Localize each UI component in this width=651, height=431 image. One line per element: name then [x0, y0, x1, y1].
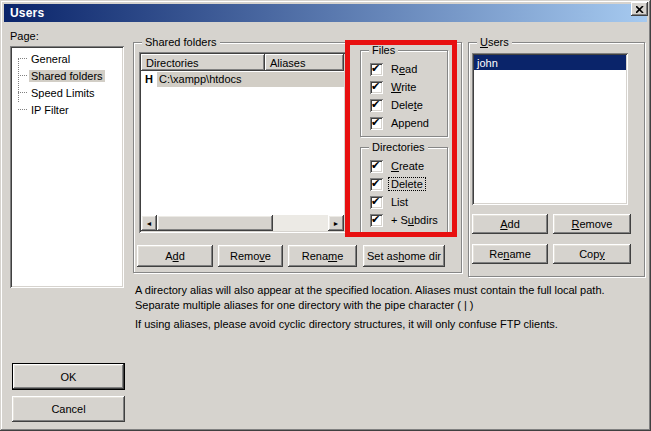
check-icon: ✔: [371, 61, 380, 75]
alias-notes: A directory alias will also appear at th…: [135, 283, 647, 332]
checkbox-files-append[interactable]: ✔ Append: [370, 116, 431, 130]
set-as-home-dir-button[interactable]: Set as home dir: [363, 245, 445, 267]
users-dialog: Users Page: General Shared folders Speed…: [0, 0, 651, 431]
page-item-general[interactable]: General: [12, 50, 122, 67]
ok-button[interactable]: OK: [12, 363, 125, 390]
shared-folders-group-label: Shared folders: [142, 36, 220, 48]
scroll-right-icon: ►: [333, 220, 340, 227]
delete-checkbox[interactable]: ✔: [370, 99, 383, 112]
checkbox-dirs-delete[interactable]: ✔ Delete: [370, 177, 425, 191]
user-item-john[interactable]: john: [474, 55, 626, 70]
checkbox-files-delete[interactable]: ✔ Delete: [370, 98, 425, 112]
alias-note-text: A directory alias will also appear at th…: [135, 283, 647, 313]
checkbox-dirs-create[interactable]: ✔ Create: [370, 159, 426, 173]
user-copy-button[interactable]: Copy: [553, 244, 631, 264]
user-remove-button[interactable]: Remove: [553, 214, 631, 234]
user-add-button[interactable]: Add: [472, 214, 548, 234]
files-group-label: Files: [369, 44, 398, 56]
cyclic-note-text: If using aliases, please avoid cyclic di…: [135, 317, 647, 332]
directories-listview[interactable]: Directories Aliases H C:\xampp\htdocs ◄ …: [139, 52, 346, 233]
read-checkbox[interactable]: ✔: [370, 63, 383, 76]
directories-group-label: Directories: [369, 141, 428, 153]
list-checkbox[interactable]: ✔: [370, 196, 383, 209]
scrollbar-track[interactable]: [273, 215, 328, 231]
subdirs-checkbox[interactable]: ✔: [370, 214, 383, 227]
scrollbar-thumb[interactable]: [157, 215, 273, 231]
check-icon: ✔: [371, 176, 380, 190]
horizontal-scrollbar[interactable]: ◄ ►: [141, 215, 344, 231]
close-icon: [636, 6, 644, 13]
users-listbox[interactable]: john: [472, 53, 628, 205]
page-item-speed-limits[interactable]: Speed Limits: [12, 84, 122, 101]
scroll-right-button[interactable]: ►: [328, 215, 344, 231]
check-icon: ✔: [371, 212, 380, 226]
dir-delete-checkbox[interactable]: ✔: [370, 178, 383, 191]
close-button[interactable]: [631, 2, 648, 16]
check-icon: ✔: [371, 158, 380, 172]
column-header-aliases[interactable]: Aliases: [265, 54, 344, 71]
checkbox-files-write[interactable]: ✔ Write: [370, 80, 418, 94]
page-listbox[interactable]: General Shared folders Speed Limits IP F…: [10, 46, 124, 288]
write-checkbox[interactable]: ✔: [370, 81, 383, 94]
directory-row[interactable]: H C:\xampp\htdocs: [141, 71, 344, 87]
titlebar[interactable]: Users: [4, 4, 647, 22]
create-checkbox[interactable]: ✔: [370, 160, 383, 173]
page-item-shared-folders[interactable]: Shared folders: [12, 67, 122, 84]
user-rename-button[interactable]: Rename: [472, 244, 548, 264]
append-checkbox[interactable]: ✔: [370, 117, 383, 130]
check-icon: ✔: [371, 115, 380, 129]
files-group: Files ✔ Read ✔ Write ✔ Delete ✔ Append: [360, 50, 448, 137]
folder-add-button[interactable]: Add: [137, 245, 213, 267]
cancel-button[interactable]: Cancel: [12, 396, 125, 422]
scroll-left-button[interactable]: ◄: [141, 215, 157, 231]
checkbox-dirs-list[interactable]: ✔ List: [370, 195, 410, 209]
checkbox-files-read[interactable]: ✔ Read: [370, 62, 419, 76]
page-label: Page:: [10, 30, 39, 42]
column-header-directories[interactable]: Directories: [141, 54, 265, 71]
home-flag: H: [141, 73, 157, 85]
window-title: Users: [10, 6, 44, 20]
page-item-ip-filter[interactable]: IP Filter: [12, 101, 122, 118]
folder-remove-button[interactable]: Remove: [218, 245, 283, 267]
check-icon: ✔: [371, 194, 380, 208]
folder-rename-button[interactable]: Rename: [288, 245, 357, 267]
check-icon: ✔: [371, 79, 380, 93]
checkbox-dirs-subdirs[interactable]: ✔ + Subdirs: [370, 213, 440, 227]
check-icon: ✔: [371, 97, 380, 111]
directories-permissions-group: Directories ✔ Create ✔ Delete ✔ List ✔ +…: [360, 147, 448, 233]
directory-path: C:\xampp\htdocs: [157, 72, 344, 87]
scroll-left-icon: ◄: [146, 220, 153, 227]
users-group-label: Users: [477, 36, 512, 48]
